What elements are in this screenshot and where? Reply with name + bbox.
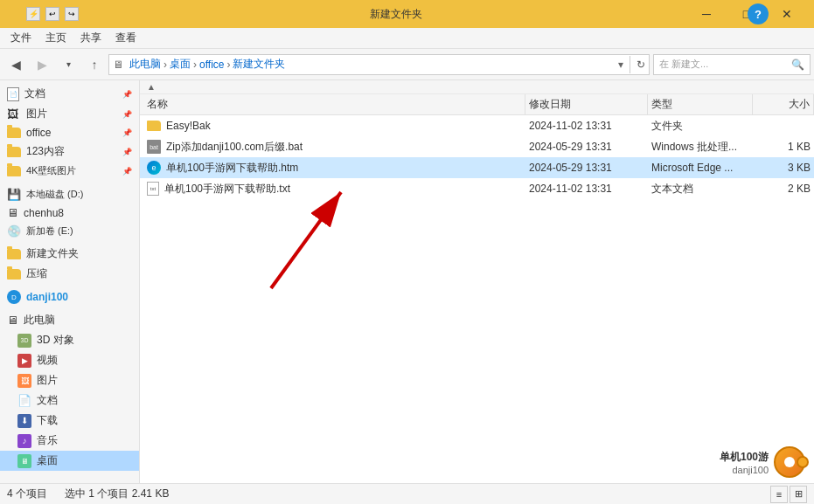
sidebar-label-pictures: 图片 — [26, 107, 47, 121]
file-date: 2024-11-02 13:31 — [525, 183, 648, 195]
sidebar-item-docs2[interactable]: 📄 文档 — [0, 390, 139, 411]
title-bar: ⚡ ↩ ↪ 新建文件夹 ─ □ ✕ ? — [0, 0, 814, 28]
search-icon[interactable]: 🔍 — [791, 59, 804, 71]
bread-desktop[interactable]: 桌面 — [170, 57, 191, 72]
close-button[interactable]: ✕ — [767, 0, 807, 28]
sidebar-label-video: 视频 — [37, 353, 58, 368]
search-box[interactable]: 在 新建文... 🔍 — [653, 54, 811, 75]
file-type: 文件夹 — [648, 119, 753, 134]
file-date: 2024-11-02 13:31 — [525, 120, 648, 132]
sidebar-label-music: 音乐 — [37, 433, 58, 448]
menu-file[interactable]: 文件 — [3, 29, 38, 47]
col-header-size[interactable]: 大小 — [753, 94, 814, 114]
sidebar-item-danji[interactable]: D danji100 — [0, 287, 139, 307]
new-folder-icon — [7, 249, 21, 259]
col-header-date[interactable]: 修改日期 — [525, 94, 648, 114]
file-list-header: 名称 修改日期 类型 大小 — [140, 94, 814, 115]
help-icon[interactable]: ? — [748, 3, 769, 24]
col-header-name[interactable]: 名称 — [140, 94, 525, 114]
menu-home[interactable]: 主页 — [38, 29, 73, 47]
edge-icon: e — [147, 161, 161, 175]
desktop-icon: 🖥 — [17, 454, 31, 468]
watermark-site: 单机100游 — [720, 450, 769, 465]
sort-arrow: ▲ — [147, 82, 156, 92]
sidebar-item-4k[interactable]: 4K壁纸图片 📌 — [0, 162, 139, 180]
view-details-btn[interactable]: ≡ — [770, 486, 788, 503]
sidebar-item-new-folder[interactable]: 新建文件夹 — [0, 244, 139, 264]
file-type: 文本文档 — [648, 182, 753, 197]
video-icon: ▶ — [17, 354, 31, 368]
table-row[interactable]: Easy!Bak 2024-11-02 13:31 文件夹 — [140, 115, 814, 136]
watermark: 单机100游 danji100 — [720, 446, 805, 478]
file-name: 单机100手游网下载帮助.htm — [166, 161, 298, 176]
txt-icon: txt — [147, 182, 159, 196]
quick-access-icon[interactable]: ⚡ — [26, 7, 40, 21]
forward-button[interactable]: ▶ — [30, 52, 54, 77]
redo-icon[interactable]: ↪ — [65, 7, 79, 21]
bat-icon: bat — [147, 140, 161, 154]
bread-office[interactable]: office — [199, 59, 224, 71]
file-list: Easy!Bak 2024-11-02 13:31 文件夹 bat Zip添加d… — [140, 115, 814, 483]
undo-icon[interactable]: ↩ — [45, 7, 59, 21]
menu-view[interactable]: 查看 — [108, 29, 143, 47]
sidebar-item-video[interactable]: ▶ 视频 — [0, 350, 139, 370]
sidebar-item-pictures[interactable]: 🖼 图片 📌 — [0, 104, 139, 124]
file-size: 1 KB — [753, 141, 814, 153]
up-button[interactable]: ↑ — [82, 52, 107, 77]
pin-icon-pics: 📌 — [122, 110, 132, 119]
sidebar-item-this-pc[interactable]: 🖥 此电脑 — [0, 310, 139, 330]
table-row[interactable]: txt 单机100手游网下载帮助.txt 2024-11-02 13:31 文本… — [140, 178, 814, 199]
danji-icon: D — [7, 290, 21, 304]
images-icon: 🖼 — [17, 374, 31, 388]
bread-new-folder[interactable]: 新建文件夹 — [233, 57, 285, 72]
file-name: 单机100手游网下载帮助.txt — [164, 182, 290, 197]
sidebar-item-office[interactable]: office 📌 — [0, 124, 139, 142]
sidebar-label-new-folder: 新建文件夹 — [26, 246, 79, 261]
file-type: Windows 批处理... — [648, 140, 753, 155]
dropdown-arrow[interactable]: ▾ — [618, 59, 623, 71]
sidebar-item-local-d[interactable]: 💾 本地磁盘 (D:) — [0, 185, 139, 204]
sidebar: 📄 文档 📌 🖼 图片 📌 office 📌 123内容 📌 — [0, 80, 140, 483]
minimize-button[interactable]: ─ — [686, 0, 727, 28]
watermark-inner-circle — [784, 457, 795, 467]
sidebar-item-chenhu8[interactable]: 🖥 chenhu8 — [0, 204, 139, 222]
sidebar-label-3d: 3D 对象 — [37, 333, 74, 348]
sidebar-item-images[interactable]: 🖼 图片 — [0, 370, 139, 390]
sidebar-item-desktop[interactable]: 🖥 桌面 — [0, 451, 139, 471]
pin-icon-4k: 📌 — [122, 167, 132, 176]
folder-icon — [147, 121, 161, 131]
watermark-text-area: 单机100游 danji100 — [720, 450, 769, 475]
this-pc-icon: 🖥 — [7, 314, 18, 327]
sidebar-item-documents[interactable]: 📄 文档 📌 — [0, 84, 139, 104]
office-folder-icon — [7, 128, 21, 138]
sidebar-item-123[interactable]: 123内容 📌 — [0, 142, 139, 162]
bread-this-pc[interactable]: 此电脑 — [129, 57, 161, 72]
col-header-type[interactable]: 类型 — [648, 94, 753, 114]
table-row[interactable]: bat Zip添加danji100.com后缀.bat 2024-05-29 1… — [140, 136, 814, 157]
chenhu8-icon: 🖥 — [7, 206, 18, 219]
4k-folder-icon — [7, 166, 21, 176]
local-disk-icon: 💾 — [7, 188, 21, 201]
refresh-icon[interactable]: ↻ — [637, 59, 645, 71]
table-row[interactable]: e 单机100手游网下载帮助.htm 2024-05-29 13:31 Micr… — [140, 157, 814, 178]
drive-e-icon: 💿 — [7, 224, 21, 238]
help-area: ? — [748, 0, 772, 28]
download-icon: ⬇ — [17, 414, 31, 428]
documents-icon: 📄 — [7, 87, 19, 101]
sidebar-item-drive-e[interactable]: 💿 新加卷 (E:) — [0, 222, 139, 240]
sidebar-item-zip[interactable]: 压缩 — [0, 264, 139, 284]
sidebar-label-docs2: 文档 — [37, 393, 58, 408]
window-title: 新建文件夹 — [105, 7, 686, 22]
sidebar-item-download[interactable]: ⬇ 下载 — [0, 411, 139, 431]
view-large-btn[interactable]: ⊞ — [790, 486, 807, 503]
recent-locations-button[interactable]: ▾ — [56, 52, 80, 77]
window-controls: ─ □ ✕ — [686, 0, 807, 28]
sidebar-label-chenhu8: chenhu8 — [24, 207, 64, 219]
sidebar-item-3d[interactable]: 3D 3D 对象 — [0, 330, 139, 350]
breadcrumb: 🖥 此电脑 › 桌面 › office › 新建文件夹 ▾ ↻ — [108, 54, 650, 75]
title-bar-icons: ⚡ ↩ ↪ — [7, 7, 79, 21]
file-size: 2 KB — [753, 183, 814, 195]
back-button[interactable]: ◀ — [3, 52, 28, 77]
sidebar-item-music[interactable]: ♪ 音乐 — [0, 431, 139, 451]
menu-share[interactable]: 共享 — [73, 29, 108, 47]
